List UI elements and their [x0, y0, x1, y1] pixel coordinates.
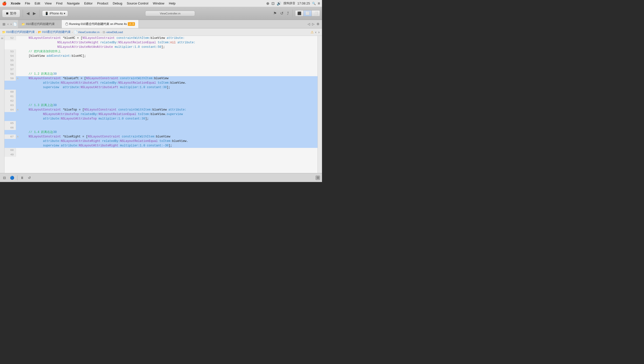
line-number: 54: [4, 54, 16, 58]
code-token: [22, 36, 29, 40]
menubar-xcode[interactable]: Xcode: [9, 1, 22, 6]
menubar-view[interactable]: View: [42, 1, 54, 6]
menubar-help[interactable]: Help: [167, 1, 178, 6]
code-line[interactable]: 63 // 1.3 距离上边30: [4, 103, 318, 108]
code-line[interactable]: 68: [4, 148, 318, 152]
sound-icon[interactable]: 🔊: [277, 1, 282, 6]
apple-menu[interactable]: 🍎: [2, 1, 7, 6]
device-selector[interactable]: 📱 iPhone 4s ▾: [42, 10, 68, 16]
code-line[interactable]: attribute:NSLayoutAttributeTop multiplie…: [4, 116, 318, 121]
statusbar-step-btn[interactable]: ↺: [27, 175, 32, 180]
code-line[interactable]: 66: [4, 126, 318, 130]
code-token: [22, 72, 29, 76]
navbar-right-nav[interactable]: ›: [318, 30, 320, 34]
code-line[interactable]: // 1.4 距离右边30: [4, 130, 318, 134]
code-token: // 把约束添加到控件上: [29, 50, 61, 53]
breadcrumb-folder1[interactable]: 010通过代码创建约束: [6, 30, 35, 34]
menubar-editor[interactable]: Editor: [82, 1, 95, 6]
code-line[interactable]: 61: [4, 94, 318, 98]
fit-button[interactable]: ⊡: [316, 176, 320, 180]
code-line[interactable]: 64⚠ NSLayoutConstraint *blueTop = [NSLay…: [4, 108, 318, 112]
layout-btn-2[interactable]: ⬜: [304, 10, 312, 16]
toolbar-divider-2: [39, 10, 40, 18]
sidebar-msg-icon[interactable]: ✉: [1, 37, 3, 40]
code-line[interactable]: NSLayoutAttributeNotAnAttribute multipli…: [4, 45, 318, 49]
code-token: relatedBy:: [79, 112, 98, 116]
code-line[interactable]: 52 NSLayoutConstraint *blueHC = [NSLayou…: [4, 36, 318, 40]
code-line[interactable]: 65: [4, 121, 318, 126]
tab-nav-back[interactable]: ‹: [7, 22, 9, 26]
code-line[interactable]: 58 // 1.2 距离左边30: [4, 72, 318, 76]
code-line[interactable]: 60: [4, 90, 318, 94]
code-token: multiplier:: [113, 45, 134, 49]
tabbar-btn-2[interactable]: ▷: [312, 22, 315, 26]
menubar-edit[interactable]: Edit: [32, 1, 42, 6]
search-icon[interactable]: 🔍: [312, 2, 316, 5]
breadcrumb-folder2[interactable]: 010通过代码创建约束: [42, 30, 71, 34]
code-line[interactable]: superview attribute:NSLayoutAttributeRig…: [4, 144, 318, 148]
code-line[interactable]: 49: [4, 152, 318, 157]
activity-indicator: ViewController.m: [145, 11, 195, 16]
navbar-left-nav[interactable]: ‹: [315, 30, 317, 34]
stop-button[interactable]: ⏹ 暂停: [2, 10, 20, 18]
tabbar-btn-1[interactable]: ◁: [307, 22, 310, 26]
menubar-navigate[interactable]: Navigate: [65, 1, 82, 6]
input-method[interactable]: 搜狗拼音: [284, 1, 295, 6]
nav-forward-button[interactable]: ▶: [32, 10, 37, 17]
code-token: [22, 108, 29, 112]
navbar: 📁 010通过代码创建约束 › 📂 010通过代码创建约束 › 📄 ViewCo…: [0, 28, 322, 36]
code-line[interactable]: 67⚠ NSLayoutConstraint *blueRight = [NSL…: [4, 134, 318, 139]
statusbar-btn-2[interactable]: 🔵: [9, 175, 15, 180]
code-token: blueView: [170, 81, 185, 85]
code-token: blueView: [154, 77, 168, 80]
code-line[interactable]: NSLayoutAttributeTop relatedBy:NSLayoutR…: [4, 112, 318, 116]
code-line[interactable]: 56: [4, 63, 318, 67]
code-line[interactable]: 62: [4, 98, 318, 103]
menubar-product[interactable]: Product: [95, 1, 110, 6]
code-line[interactable]: attribute:NSLayoutAttributeRight related…: [4, 139, 318, 144]
code-line[interactable]: 57: [4, 67, 318, 72]
menubar-find[interactable]: Find: [54, 1, 64, 6]
line-number: 52: [4, 36, 16, 40]
statusbar-pause-btn[interactable]: ⏸: [20, 175, 25, 180]
menubar-file[interactable]: File: [23, 1, 32, 6]
tab-project[interactable]: 📁 010通过代码创建约束 ›: [18, 20, 62, 28]
layout-btn-1[interactable]: ⬛: [295, 10, 304, 16]
line-number: 62: [4, 98, 16, 103]
jump-icon[interactable]: ⤴: [286, 10, 290, 17]
nav-back-button[interactable]: ◀: [26, 10, 30, 17]
tabbar-settings-icon[interactable]: ⚙: [316, 22, 320, 26]
code-line[interactable]: superview attribute:NSLayoutAttributeLef…: [4, 85, 318, 90]
code-line[interactable]: NSLayoutAttributeHeight relatedBy:NSLayo…: [4, 40, 318, 45]
code-line[interactable]: 53 // 把约束添加到控件上: [4, 49, 318, 54]
code-token: blueView: [30, 54, 45, 58]
breadcrumb-method[interactable]: -viewDidLoad: [106, 30, 123, 34]
line-content: NSLayoutConstraint *blueHC = [NSLayoutCo…: [20, 36, 318, 40]
statusbar-btn-1[interactable]: ⊟: [2, 175, 7, 180]
add-icon[interactable]: ⊕: [266, 1, 270, 6]
code-line[interactable]: attribute:NSLayoutAttributeLeft relatedB…: [4, 81, 318, 85]
code-line[interactable]: 59⚠ NSLayoutConstraint *blueLeft = [NSLa…: [4, 76, 318, 81]
statusbar-right: ⊡: [314, 176, 320, 180]
menubar-source-control[interactable]: Source Control: [125, 1, 150, 6]
code-token: [22, 130, 29, 134]
tab-grid-button[interactable]: ⊞: [2, 22, 6, 27]
display-icon[interactable]: ⊡: [272, 1, 275, 6]
menubar-window[interactable]: Window: [151, 1, 166, 6]
code-line[interactable]: 55: [4, 58, 318, 63]
breakpoint-icon[interactable]: ⚑: [272, 10, 278, 17]
tab-running[interactable]: Running 010通过代码创建约束 on iPhone 4s ⚠ 3: [62, 20, 139, 28]
breadcrumb-file[interactable]: ViewController.m: [78, 30, 100, 34]
code-token: constraintWithItem:: [120, 135, 156, 138]
code-line[interactable]: 54 [blueView addConstraint:blueHC];: [4, 54, 318, 58]
refresh-icon[interactable]: ↺: [279, 10, 284, 17]
line-content: // 1.3 距离上边30: [20, 103, 318, 108]
code-token: [22, 50, 29, 53]
line-number: 58: [4, 72, 16, 76]
menubar-debug[interactable]: Debug: [111, 1, 124, 6]
list-icon[interactable]: ≡: [318, 1, 320, 6]
layout-btn-3[interactable]: ⬜: [312, 10, 320, 16]
warning-badge: ⚠ 3: [128, 22, 135, 26]
code-editor[interactable]: 52 NSLayoutConstraint *blueHC = [NSLayou…: [4, 36, 318, 173]
tab-nav-forward[interactable]: ›: [10, 22, 12, 26]
